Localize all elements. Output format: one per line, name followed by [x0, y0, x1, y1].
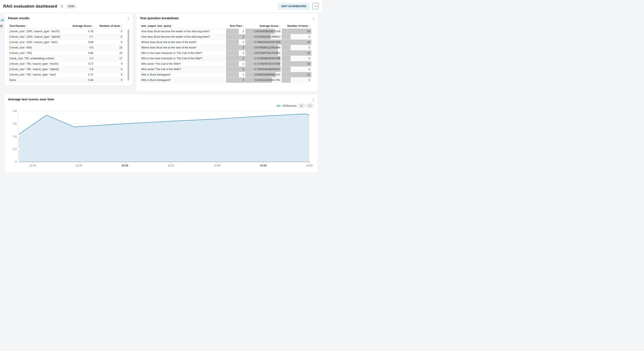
table-row[interactable]: Why is Buck kidnapped?30.544111324681176… — [140, 77, 312, 83]
cell-value: 0.6705898212061988 — [254, 46, 280, 49]
x-axis-label: 23:20 — [306, 164, 313, 167]
column-header-label: Test Params — [9, 24, 25, 27]
legend-inv-button[interactable]: Inv — [306, 104, 314, 108]
scrollbar-thumb[interactable] — [128, 29, 129, 80]
numeric-cell: 0.6016938820675326 — [245, 29, 282, 34]
table-row[interactable]: Who is the main character in 'The Call o… — [140, 56, 312, 61]
table-row[interactable]: {'chunk_size': 450}0.615 — [8, 45, 124, 50]
table-scrollbar[interactable] — [128, 29, 129, 83]
table-row[interactable]: {'chunk_size': 1000, 'search_type': 'hyb… — [8, 34, 124, 40]
sort-icon[interactable] — [309, 25, 310, 27]
column-header-0[interactable]: Test Params — [8, 24, 69, 27]
numeric-cell: 0.6705898212061988 — [245, 45, 282, 50]
cell: 0.66 — [69, 50, 95, 56]
sort-icon[interactable] — [26, 25, 27, 27]
cell-value: 3 — [242, 68, 244, 71]
numeric-cell: 3 — [282, 77, 312, 83]
cell-value: 15 — [119, 51, 122, 54]
query-cell: Why is Buck kidnapped? — [140, 73, 226, 76]
cell: chunk_size: 750, embeddings:cohere — [8, 57, 69, 60]
card-menu-button[interactable] — [312, 16, 315, 21]
card-menu-button[interactable] — [127, 16, 130, 21]
cell: 5 — [95, 61, 124, 66]
card-menu-button[interactable] — [312, 97, 315, 102]
cell-value: 0.5441113246811761 — [255, 78, 280, 82]
table-row[interactable]: {'chunk_size': 1000, 'search_type': 'tex… — [8, 40, 124, 45]
page-header: RAG evaluation dashboard Draft EDIT DASH… — [0, 0, 322, 12]
cell-value: {'chunk_size': 700} — [9, 51, 32, 54]
legend-item-avg-score[interactable]: AVG(score) — [276, 104, 296, 107]
edit-dashboard-button[interactable]: EDIT DASHBOARD — [278, 3, 310, 10]
numeric-cell: 10 — [282, 40, 312, 45]
table-row[interactable]: Who is the main character in 'The Call o… — [140, 50, 312, 56]
cell: 17 — [95, 56, 124, 61]
query-cell: Why is Buck kidnapped? — [140, 78, 226, 82]
x-axis-label: 22:40 — [214, 164, 220, 167]
cell-value: 5 — [121, 73, 122, 76]
legend-all-button[interactable]: All — [298, 104, 305, 108]
favorite-star-icon[interactable] — [60, 4, 64, 8]
column-header-3[interactable]: Number of tests — [282, 24, 312, 27]
numeric-cell: 0.7490000003327926 — [245, 40, 282, 45]
cell-value: {'chunk_size': 750, 'search_type': 'hybr… — [9, 68, 59, 71]
card-title: Param results — [8, 16, 30, 20]
column-header-label: Test Files — [230, 24, 242, 27]
cell-value: Why is Buck kidnapped? — [141, 78, 171, 82]
sort-icon[interactable] — [92, 25, 93, 27]
cell-value: 5 — [121, 30, 122, 33]
column-header-1[interactable]: Average Score — [69, 24, 95, 27]
table-row[interactable]: Who wrote 'The Call of the Wild'?30.7253… — [140, 67, 312, 72]
cell-value: {'chunk_size': 750, 'search_type': 'bm25… — [9, 62, 58, 65]
cell: {'chunk_size': 750, 'search_type': 'hybr… — [8, 68, 69, 71]
cell-value: 3 — [308, 68, 310, 71]
column-header-label: Number of tests — [100, 24, 120, 27]
table-row[interactable]: {'chunk_size': 750, 'search_type': 'text… — [8, 72, 124, 77]
header-overflow-menu-button[interactable] — [312, 3, 319, 9]
area-chart[interactable]: 00.20.40.60.821:2021:4022:0022:2022:4023… — [4, 109, 318, 171]
query-cell: Who wrote 'The Call of the Wild'? — [140, 68, 226, 71]
cell-value: 0.2 — [90, 57, 93, 60]
numeric-cell: 0.7229588826497396 — [245, 56, 282, 61]
column-header-1[interactable]: Test Files — [226, 24, 245, 27]
param-results-table: Test ParamsAverage ScoreNumber of tests{… — [8, 23, 124, 83]
table-row[interactable]: {'chunk_size': 750, 'search_type': 'hybr… — [8, 67, 124, 72]
cell: {'chunk_size': 1000, 'search_type': 'hyb… — [8, 35, 69, 38]
cell: 0.77 — [69, 61, 95, 66]
cell-value: 0.7229588826497396 — [254, 57, 280, 60]
legend-line-marker-icon — [276, 104, 281, 107]
table-row[interactable]: Where does Buck live at the start of the… — [140, 45, 312, 50]
sort-icon[interactable] — [279, 25, 280, 27]
cell-value: chunk_size: 750, embeddings:cohere — [9, 57, 54, 60]
table-row[interactable]: How does Buck become the leader of the s… — [140, 29, 312, 34]
column-header-2[interactable]: Average Score — [245, 24, 282, 27]
cell: 5 — [95, 67, 124, 72]
table-row[interactable]: chunk_size: 750, embeddings:cohere0.217 — [8, 56, 124, 61]
table-row[interactable]: Who wrote 'The Call of the Wild'?20.7174… — [140, 61, 312, 67]
table-row[interactable]: {'chunk_size': 1000, 'search_type': 'bm2… — [8, 29, 124, 34]
table-row[interactable]: {'chunk_size': 700}0.6615 — [8, 50, 124, 56]
cell-value: 0.7174576733727008 — [254, 62, 280, 65]
table-row[interactable]: How does Buck become the leader of the s… — [140, 34, 312, 40]
column-header-0[interactable]: test_output_test_query — [140, 24, 226, 27]
cell-value: 2 — [242, 73, 244, 76]
table-row[interactable]: None0.445 — [8, 77, 124, 83]
cell: 0.72 — [69, 72, 95, 77]
cell: 0.2 — [69, 56, 95, 61]
cell: {'chunk_size': 450} — [8, 46, 69, 49]
cell-value: 15 — [119, 46, 122, 49]
table-row[interactable]: Why is Buck kidnapped?20.625833648086215… — [140, 72, 312, 77]
cell-value: 5 — [121, 41, 122, 44]
cell-value: 0.7253044446309407 — [254, 68, 280, 71]
table-header-row: Test ParamsAverage ScoreNumber of tests — [8, 23, 124, 29]
column-header-2[interactable]: Number of tests — [95, 24, 124, 27]
table-row[interactable]: {'chunk_size': 750, 'search_type': 'bm25… — [8, 61, 124, 67]
sort-icon[interactable] — [243, 25, 244, 27]
cell-value: 3 — [242, 46, 244, 49]
sort-icon[interactable] — [172, 25, 173, 27]
data-bar — [226, 61, 239, 66]
cell: 15 — [95, 50, 124, 56]
query-cell: How does Buck become the leader of the s… — [140, 35, 226, 38]
cell-value: 10 — [307, 62, 310, 65]
table-row[interactable]: Where does Buck live at the start of the… — [140, 40, 312, 45]
sort-icon[interactable] — [121, 25, 122, 27]
